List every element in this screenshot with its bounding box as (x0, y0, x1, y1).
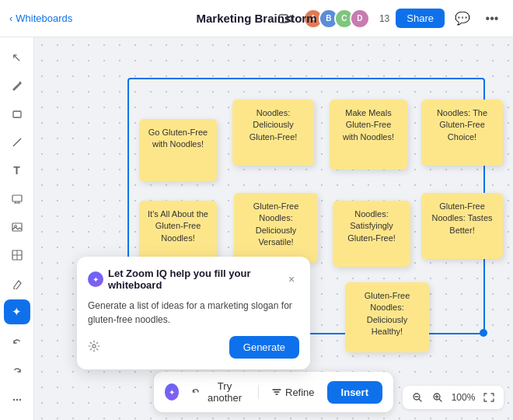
select-tool[interactable]: ↖ (4, 45, 30, 70)
refine-button[interactable]: Refine (265, 383, 321, 401)
ai-settings-icon[interactable] (88, 340, 100, 355)
bottom-action-bar: ✦ Try another Refine Insert (154, 372, 393, 412)
fit-screen-icon[interactable] (480, 389, 497, 406)
svg-point-10 (16, 399, 17, 401)
ai-spark-icon: ✦ (165, 383, 179, 401)
share-button[interactable]: Share (396, 9, 445, 28)
back-label: Whiteboards (16, 12, 72, 24)
undo-button[interactable] (4, 331, 30, 355)
svg-line-19 (439, 399, 441, 401)
svg-point-11 (19, 399, 20, 401)
table-tool[interactable] (4, 243, 30, 268)
more-options-icon[interactable]: ••• (480, 7, 504, 30)
chevron-left-icon: ‹ (9, 12, 12, 24)
canvas-area[interactable]: Go Gluten-Free with Noodles!Noodles: Del… (34, 37, 513, 420)
ai-zoom-icon: ✦ (88, 271, 103, 287)
ai-panel-header: ✦ Let Zoom IQ help you fill your whitebo… (88, 268, 299, 291)
separator (258, 385, 259, 399)
sticky-note[interactable]: Gluten-Free Noodles: Deliciously Versati… (234, 193, 318, 263)
ai-prompt-text: Generate a list of ideas for a marketing… (88, 299, 299, 327)
main-area: ↖ T (0, 37, 513, 420)
ai-panel-footer: Generate (88, 336, 299, 359)
zoom-controls: 100% (403, 386, 504, 409)
back-button[interactable]: ‹ Whiteboards (9, 12, 72, 24)
svg-rect-4 (12, 223, 22, 231)
monitor-tool[interactable] (4, 187, 30, 212)
svg-line-2 (13, 138, 21, 146)
zoom-out-button[interactable] (409, 389, 426, 406)
toolbar: ↖ T (0, 37, 34, 420)
sticky-note[interactable]: Noodles: Satisfyingly Gluten-Free! (333, 201, 410, 267)
more-tools-icon[interactable] (4, 387, 30, 412)
ai-panel-title: Let Zoom IQ help you fill your whiteboar… (108, 268, 279, 291)
avatar: D (350, 9, 370, 29)
try-another-label: Try another (204, 380, 246, 404)
header: ‹ Whiteboards Marketing Brainstorm A B C… (0, 0, 513, 37)
sticky-note[interactable]: Gluten-Free Noodles: Tastes Better! (421, 193, 503, 259)
try-another-button[interactable]: Try another (185, 377, 252, 407)
image-tool[interactable] (4, 215, 30, 240)
ai-tool[interactable]: ✦ (4, 299, 30, 324)
insert-button[interactable]: Insert (327, 381, 382, 404)
refine-icon (271, 387, 282, 397)
generate-button[interactable]: Generate (229, 336, 299, 359)
pen-tool[interactable] (4, 73, 30, 98)
zoom-in-button[interactable] (429, 389, 446, 406)
redo-button[interactable] (4, 359, 30, 383)
zoom-level: 100% (449, 392, 477, 403)
eraser-tool[interactable] (4, 271, 30, 296)
participant-count: 13 (379, 13, 389, 24)
sticky-note[interactable]: Make Meals Gluten-Free with Noodles! (330, 100, 407, 170)
sticky-note[interactable]: Noodles: The Gluten-Free Choice! (421, 100, 503, 166)
sticky-note[interactable]: Go Gluten-Free with Noodles! (139, 119, 217, 181)
refresh-icon (191, 387, 201, 397)
svg-point-9 (12, 399, 14, 401)
ai-panel: ✦ Let Zoom IQ help you fill your whitebo… (77, 257, 310, 369)
ai-close-button[interactable]: × (284, 271, 299, 287)
text-tool[interactable]: T (4, 158, 30, 183)
rectangle-tool[interactable] (4, 102, 30, 127)
selection-handle-br[interactable] (480, 329, 487, 337)
svg-rect-3 (12, 195, 22, 201)
line-tool[interactable] (4, 130, 30, 155)
svg-rect-1 (13, 111, 21, 117)
chat-icon[interactable]: 💬 (451, 7, 474, 30)
sticky-note[interactable]: Noodles: Deliciously Gluten-Free! (232, 100, 314, 166)
svg-line-16 (419, 399, 421, 401)
refine-label: Refine (285, 387, 315, 398)
page-title: Marketing Brainstorm (196, 12, 316, 25)
sticky-note[interactable]: Gluten-Free Noodles: Deliciously Healthy… (345, 282, 429, 352)
